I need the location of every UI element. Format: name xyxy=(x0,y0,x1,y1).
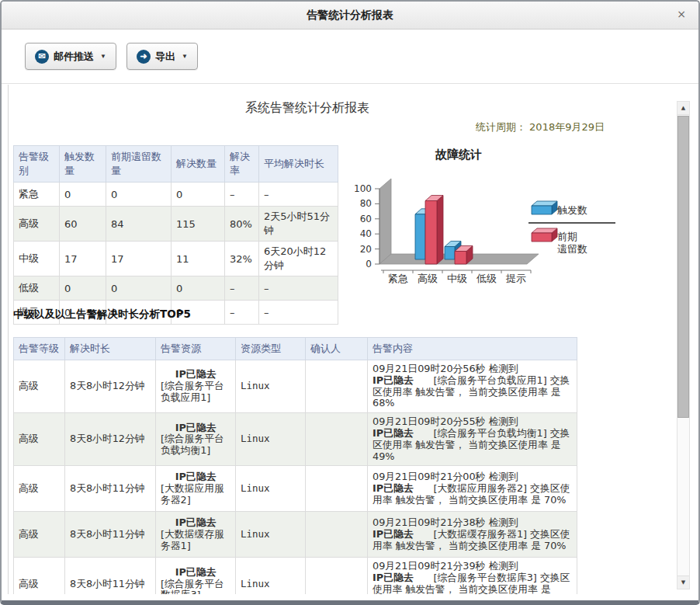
summary-cell: 60 xyxy=(60,207,106,242)
summary-cell: 17 xyxy=(106,242,172,276)
top5-row: 高级8天8小时11分钟IP已隐去[大数据缓存服务器1]Linux09月21日09… xyxy=(14,512,577,558)
summary-cell: 中级 xyxy=(14,242,60,276)
content-cell: 09月21日09时21分00秒 检测到IP已隐去[大数据应用服务器2] 交换区使… xyxy=(368,466,577,512)
report-period: 统计周期： 2018年9月29日 xyxy=(9,120,605,134)
export-button[interactable]: ➜ 导出 ▼ xyxy=(126,43,198,70)
top5-header-row: 告警等级解决时长告警资源资源类型确认人告警内容 xyxy=(14,338,577,360)
content-cell: 09月21日09时21分39秒 检测到IP已隐去[综合服务平台数据库3] 交换区… xyxy=(368,558,577,594)
summary-cell: 115 xyxy=(172,207,225,242)
chevron-down-icon: ▼ xyxy=(100,53,106,60)
confirmer-cell xyxy=(306,558,368,594)
alarm-level-cell: 高级 xyxy=(14,360,65,413)
top5-col-header: 告警内容 xyxy=(368,338,577,360)
x-category-label: 中级 xyxy=(447,273,467,284)
export-label: 导出 xyxy=(155,50,175,64)
scroll-down-icon[interactable]: ▼ xyxy=(677,575,689,589)
resource-cell: IP已隐去[综合服务平台负载均衡1] xyxy=(156,413,236,466)
summary-row: 中级17171132%6天20小时12分钟 xyxy=(14,242,338,276)
bar-leftover-中级 xyxy=(455,252,466,264)
duration-cell: 8天8小时11分钟 xyxy=(65,512,156,558)
top5-section-title: 中级以及以上告警解决时长分析TOP5 xyxy=(13,308,191,322)
bar-triggered-高级 xyxy=(415,214,425,259)
summary-col-header: 触发数量 xyxy=(60,146,106,183)
export-icon: ➜ xyxy=(137,50,151,64)
mail-push-button[interactable]: ✉ 邮件推送 ▼ xyxy=(25,43,116,70)
alarm-level-cell: 高级 xyxy=(14,466,65,512)
resource-type-cell: Linux xyxy=(236,466,306,512)
content-cell: 09月21日09时20分55秒 检测到IP已隐去[综合服务平台负载均衡1] 交换… xyxy=(368,413,577,466)
summary-col-header: 解决率 xyxy=(225,146,259,183)
y-tick-label: 60 xyxy=(360,214,372,224)
x-category-label: 提示 xyxy=(505,273,526,284)
summary-cell: 0 xyxy=(106,276,172,301)
top5-col-header: 确认人 xyxy=(306,338,368,360)
summary-row: 低级000–– xyxy=(14,276,338,301)
top5-row: 高级8天8小时11分钟IP已隐去[大数据应用服务器2]Linux09月21日09… xyxy=(14,466,577,512)
scrollbar-thumb[interactable] xyxy=(677,116,689,418)
summary-cell: 0 xyxy=(172,276,225,301)
resource-type-cell: Linux xyxy=(236,413,306,466)
confirmer-cell xyxy=(306,466,368,512)
summary-cell: 0 xyxy=(60,276,106,301)
summary-table: 告警级别触发数量前期遗留数量解决数量解决率平均解决时长 紧急000––高级608… xyxy=(13,145,338,325)
summary-cell: 11 xyxy=(172,242,225,276)
top5-col-header: 解决时长 xyxy=(65,338,156,360)
dialog-title: 告警统计分析报表 xyxy=(307,9,393,23)
summary-col-header: 前期遗留数量 xyxy=(106,146,172,183)
summary-cell: 2天5小时51分钟 xyxy=(259,207,338,242)
legend-label-leftover: 前期 xyxy=(557,231,577,242)
bar-leftover-高级 xyxy=(437,196,443,264)
summary-cell: 高级 xyxy=(14,207,60,242)
legend-label-triggered: 触发数 xyxy=(556,204,587,216)
scrollbar[interactable]: ▲ ▼ xyxy=(677,101,690,589)
y-tick-label: 0 xyxy=(366,259,372,269)
summary-col-header: 平均解决时长 xyxy=(259,146,338,183)
content-cell: 09月21日09时21分38秒 检测到IP已隐去[大数据缓存服务器1] 交换区使… xyxy=(368,512,577,558)
chevron-down-icon: ▼ xyxy=(182,53,188,60)
resource-cell: IP已隐去[综合服务平台负载应用1] xyxy=(156,360,236,413)
alarm-level-cell: 高级 xyxy=(14,558,65,594)
summary-cell: 6天20小时12分钟 xyxy=(259,242,338,276)
legend-swatch-triggered xyxy=(532,206,552,214)
summary-cell: 0 xyxy=(60,183,106,207)
chart-wall xyxy=(379,179,391,264)
resource-type-cell: Linux xyxy=(236,360,306,413)
duration-cell: 8天8小时11分钟 xyxy=(65,558,156,594)
top5-col-header: 告警等级 xyxy=(14,338,65,360)
period-value: 2018年9月29日 xyxy=(529,121,605,133)
resource-cell: IP已隐去[大数据缓存服务器1] xyxy=(156,512,236,558)
summary-cell: 80% xyxy=(225,207,259,242)
top5-row: 高级8天8小时11分钟IP已隐去[综合服务平台数据库3]Linux09月21日0… xyxy=(14,558,577,594)
close-icon[interactable]: × xyxy=(677,9,686,19)
summary-cell: 17 xyxy=(60,242,106,276)
legend-label-leftover: 遗留数 xyxy=(557,243,587,255)
summary-row: 高级608411580%2天5小时51分钟 xyxy=(14,207,338,242)
mail-icon: ✉ xyxy=(35,50,49,64)
summary-cell: 32% xyxy=(225,242,259,276)
duration-cell: 8天8小时12分钟 xyxy=(65,360,156,413)
resource-type-cell: Linux xyxy=(236,512,306,558)
top5-col-header: 资源类型 xyxy=(236,338,306,360)
resource-cell: IP已隐去[综合服务平台数据库3] xyxy=(156,558,236,594)
period-label: 统计周期： xyxy=(476,121,526,133)
y-tick-label: 100 xyxy=(354,183,372,194)
summary-cell: – xyxy=(259,183,338,207)
summary-col-header: 告警级别 xyxy=(14,146,60,183)
resource-type-cell: Linux xyxy=(236,558,306,594)
resource-cell: IP已隐去[大数据应用服务器2] xyxy=(156,466,236,512)
top5-col-header: 告警资源 xyxy=(156,338,236,360)
fault-statistics-chart: 020406080100紧急高级中级低级提示触发数前期遗留数 xyxy=(342,163,676,299)
duration-cell: 8天8小时12分钟 xyxy=(65,413,156,466)
mail-push-label: 邮件推送 xyxy=(54,50,94,64)
summary-cell: – xyxy=(259,276,338,301)
y-tick-label: 40 xyxy=(360,228,372,239)
scroll-up-icon[interactable]: ▲ xyxy=(677,102,689,115)
summary-cell: – xyxy=(225,276,259,301)
confirmer-cell xyxy=(306,360,368,413)
bar-triggered-中级 xyxy=(445,247,455,259)
duration-cell: 8天8小时11分钟 xyxy=(65,466,156,512)
alarm-level-cell: 高级 xyxy=(14,413,65,466)
top5-row: 高级8天8小时12分钟IP已隐去[综合服务平台负载均衡1]Linux09月21日… xyxy=(14,413,577,466)
chart-title: 故障统计 xyxy=(342,148,575,162)
y-tick-label: 20 xyxy=(360,244,372,255)
